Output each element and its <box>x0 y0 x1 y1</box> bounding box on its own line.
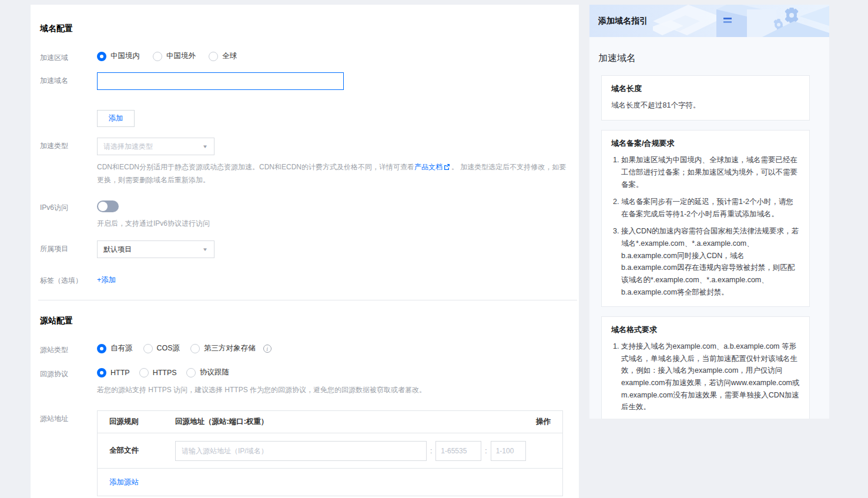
radio-selected-icon <box>97 368 106 377</box>
origin-table-header: 回源规则 回源地址（源站:端口:权重） 操作 <box>98 411 562 433</box>
project-label: 所属项目 <box>40 240 97 254</box>
section-divider <box>38 300 577 300</box>
region-option-global[interactable]: 全球 <box>209 51 237 61</box>
chevron-down-icon: ▼ <box>202 247 208 252</box>
card-text: 域名长度不超过81个字符。 <box>611 99 800 112</box>
radio-selected-icon <box>97 52 106 61</box>
region-option-china-mainland[interactable]: 中国境内 <box>97 51 140 61</box>
card-title: 域名格式要求 <box>611 325 800 335</box>
protocol-hint: 若您的源站支持 HTTPS 访问，建议选择 HTTPS 作为您的回源协议，避免您… <box>97 385 569 395</box>
radio-icon <box>143 344 153 353</box>
protocol-option-https[interactable]: HTTPS <box>139 368 177 377</box>
radio-icon <box>190 344 200 353</box>
card-list-item: 接入CDN的加速内容需符合国家相关法律法规要求，若域名*.example.com… <box>621 225 800 298</box>
region-radio-group: 中国境内 中国境外 全球 <box>97 49 569 61</box>
tag-add-link[interactable]: +添加 <box>97 276 116 284</box>
region-option-outside-china[interactable]: 中国境外 <box>153 51 196 61</box>
card-list-item: 如果加速区域为中国境内、全球加速，域名需要已经在工信部进行过备案；如果加速区域为… <box>621 154 800 190</box>
protocol-row: 回源协议 HTTP HTTPS 协议跟随 若您的源站 <box>40 366 569 395</box>
info-icon[interactable]: i <box>263 345 272 353</box>
external-link-icon <box>444 162 450 174</box>
card-list-item: 支持接入域名为example.com、a.b.example.com 等形式域名… <box>621 340 800 413</box>
origin-type-option-self[interactable]: 自有源 <box>97 343 133 353</box>
accel-type-row: 加速类型 请选择加速类型 ▼ CDN和ECDN分别适用于静态资源或动态资源加速。… <box>40 138 569 186</box>
add-origin-link[interactable]: 添加源站 <box>109 477 139 487</box>
protocol-option-follow[interactable]: 协议跟随 <box>186 367 229 377</box>
radio-label: 全球 <box>222 51 237 61</box>
card-list-item: 域名备案同步有一定的延迟，预计需1-2个小时，请您在备案完成后等待1-2个小时后… <box>621 196 800 220</box>
domain-row: 加速域名 <box>40 72 569 90</box>
ipv6-label: IPv6访问 <box>40 199 97 213</box>
accel-type-placeholder: 请选择加速类型 <box>103 142 153 152</box>
radio-icon <box>209 52 218 61</box>
radio-icon <box>139 368 149 377</box>
guide-banner: 添加域名指引 <box>589 5 829 37</box>
region-label: 加速区域 <box>40 49 97 63</box>
origin-type-row: 源站类型 自有源 COS源 第三方对象存储 i <box>40 342 569 355</box>
origin-address-input[interactable] <box>175 441 427 461</box>
origin-port-input[interactable] <box>435 441 481 461</box>
ipv6-toggle[interactable] <box>97 200 119 212</box>
radio-icon <box>153 52 162 61</box>
header-rule: 回源规则 <box>98 417 175 427</box>
radio-label: 中国境外 <box>166 51 196 61</box>
radio-label: 中国境内 <box>110 51 140 61</box>
project-value: 默认项目 <box>103 245 132 255</box>
domain-config-title: 域名配置 <box>40 24 569 34</box>
card-list: 支持接入域名为example.com、a.b.example.com 等形式域名… <box>611 340 800 419</box>
card-title: 域名备案/合规要求 <box>611 138 800 149</box>
ipv6-row: IPv6访问 开启后，支持通过IPv6协议进行访问 <box>40 199 569 229</box>
header-addr: 回源地址（源站:端口:权重） <box>175 417 521 427</box>
page: 域名配置 加速区域 中国境内 中国境外 全球 加速域名 <box>0 0 868 498</box>
origin-table: 回源规则 回源地址（源站:端口:权重） 操作 全部文件 : : <box>97 410 563 496</box>
region-row: 加速区域 中国境内 中国境外 全球 <box>40 49 569 63</box>
radio-label: COS源 <box>157 343 180 353</box>
origin-table-footer: 添加源站 <box>98 469 562 496</box>
guide-banner-illustration <box>653 5 829 37</box>
origin-addr-row: 源站地址 回源规则 回源地址（源站:端口:权重） 操作 全部文件 : <box>40 410 569 498</box>
domain-config-panel: 域名配置 加速区域 中国境内 中国境外 全球 加速域名 <box>31 5 579 498</box>
origin-type-option-third-party[interactable]: 第三方对象存储 i <box>190 343 272 353</box>
separator-colon: : <box>485 447 487 455</box>
tag-row: 标签（选填） +添加 <box>40 272 569 286</box>
origin-type-option-cos[interactable]: COS源 <box>143 343 180 353</box>
ipv6-hint: 开启后，支持通过IPv6协议进行访问 <box>97 218 569 229</box>
radio-selected-icon <box>97 344 106 353</box>
card-list: 如果加速区域为中国境内、全球加速，域名需要已经在工信部进行过备案；如果加速区域为… <box>611 154 800 298</box>
domain-label: 加速域名 <box>40 72 97 86</box>
spacer <box>40 109 97 112</box>
radio-icon <box>186 368 196 377</box>
tag-label: 标签（选填） <box>40 272 97 286</box>
guide-card-domain-length: 域名长度 域名长度不超过81个字符。 <box>601 75 810 121</box>
radio-label: HTTP <box>110 369 130 377</box>
guide-cards: 域名长度 域名长度不超过81个字符。 域名备案/合规要求 如果加速区域为中国境内… <box>589 65 829 419</box>
protocol-radio-group: HTTP HTTPS 协议跟随 <box>97 366 569 377</box>
guide-card-domain-format: 域名格式要求 支持接入域名为example.com、a.b.example.co… <box>601 316 810 419</box>
accel-type-desc: CDN和ECDN分别适用于静态资源或动态资源加速。CDN和ECDN的计费方式及价… <box>97 161 567 186</box>
domain-input[interactable] <box>97 72 344 90</box>
project-select[interactable]: 默认项目 ▼ <box>97 240 215 258</box>
origin-weight-input[interactable] <box>491 441 526 461</box>
radio-label: 自有源 <box>110 343 133 353</box>
protocol-label: 回源协议 <box>40 366 97 379</box>
origin-config-title: 源站配置 <box>40 316 569 326</box>
radio-label: 第三方对象存储 <box>204 343 256 353</box>
accel-type-label: 加速类型 <box>40 138 97 151</box>
chevron-down-icon: ▼ <box>202 144 208 149</box>
separator-colon: : <box>430 447 432 455</box>
origin-type-label: 源站类型 <box>40 342 97 355</box>
origin-type-radio-group: 自有源 COS源 第三方对象存储 i <box>97 342 569 353</box>
card-title: 域名长度 <box>611 83 800 94</box>
project-row: 所属项目 默认项目 ▼ <box>40 240 569 258</box>
radio-label: HTTPS <box>153 369 177 377</box>
guide-section-title: 加速域名 <box>589 37 829 65</box>
desc-text-before: CDN和ECDN分别适用于静态资源或动态资源加速。CDN和ECDN的计费方式及价… <box>97 163 414 171</box>
guide-card-icp-compliance: 域名备案/合规要求 如果加速区域为中国境内、全球加速，域名需要已经在工信部进行过… <box>601 130 810 307</box>
product-doc-link[interactable]: 产品文档 <box>414 163 443 171</box>
toggle-knob <box>98 202 108 211</box>
protocol-option-http[interactable]: HTTP <box>97 368 130 377</box>
radio-label: 协议跟随 <box>200 367 229 377</box>
add-button[interactable]: 添加 <box>97 110 135 127</box>
accel-type-select[interactable]: 请选择加速类型 ▼ <box>97 138 215 155</box>
guide-panel: 添加域名指引 <box>589 5 829 419</box>
